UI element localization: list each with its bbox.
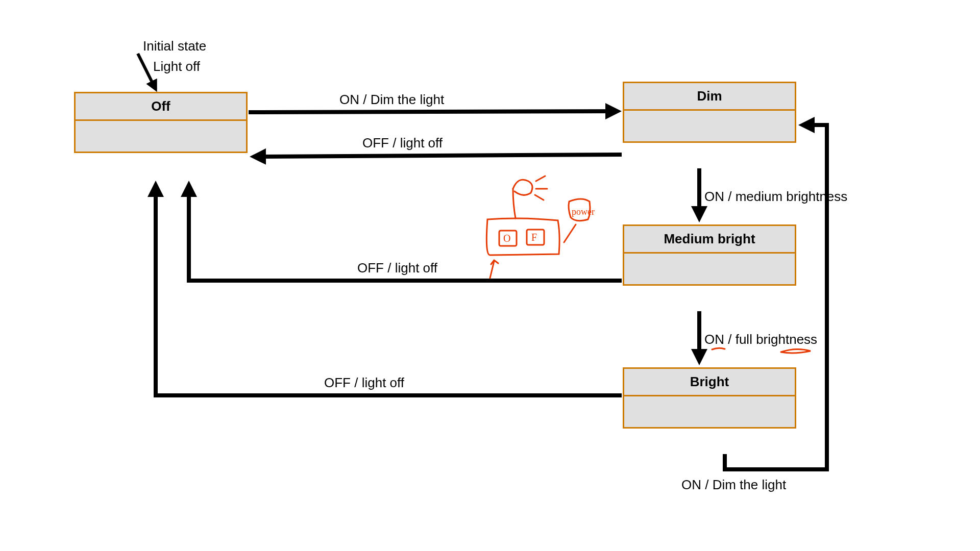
transition-medium-to-off: OFF / light off xyxy=(357,260,437,276)
transition-off-to-dim: ON / Dim the light xyxy=(339,92,444,108)
light-off-label: Light off xyxy=(153,59,200,74)
state-bright-body xyxy=(624,396,795,427)
state-dim-title: Dim xyxy=(624,83,795,111)
svg-line-8 xyxy=(536,176,545,181)
transition-dim-to-off: OFF / light off xyxy=(362,135,443,151)
transition-bright-to-dim: ON / Dim the light xyxy=(681,477,786,493)
transition-dim-to-medium: ON / medium brightness xyxy=(704,189,847,205)
state-diagram: Initial state Light off Off Dim Medium b… xyxy=(0,0,980,551)
state-medium-title: Medium bright xyxy=(624,226,795,254)
sketch-o-label: O xyxy=(503,233,510,244)
sketch-power-label: power xyxy=(572,207,595,217)
transition-medium-to-bright: ON / full brightness xyxy=(704,332,817,347)
state-dim: Dim xyxy=(623,82,796,143)
svg-line-11 xyxy=(564,224,576,242)
state-dim-body xyxy=(624,111,795,141)
state-medium-body xyxy=(624,254,795,284)
arrow-layer xyxy=(0,0,980,551)
transition-bright-to-off: OFF / light off xyxy=(324,375,404,391)
sketch-f-label: F xyxy=(531,232,537,243)
state-off-body xyxy=(76,121,246,152)
state-off: Off xyxy=(74,92,248,153)
state-bright-title: Bright xyxy=(624,369,795,396)
state-bright: Bright xyxy=(623,367,796,429)
svg-line-2 xyxy=(249,111,618,112)
initial-state-label: Initial state xyxy=(143,38,206,54)
state-off-title: Off xyxy=(76,93,246,121)
svg-line-10 xyxy=(535,195,544,200)
svg-line-3 xyxy=(254,155,622,157)
state-medium: Medium bright xyxy=(623,224,796,286)
